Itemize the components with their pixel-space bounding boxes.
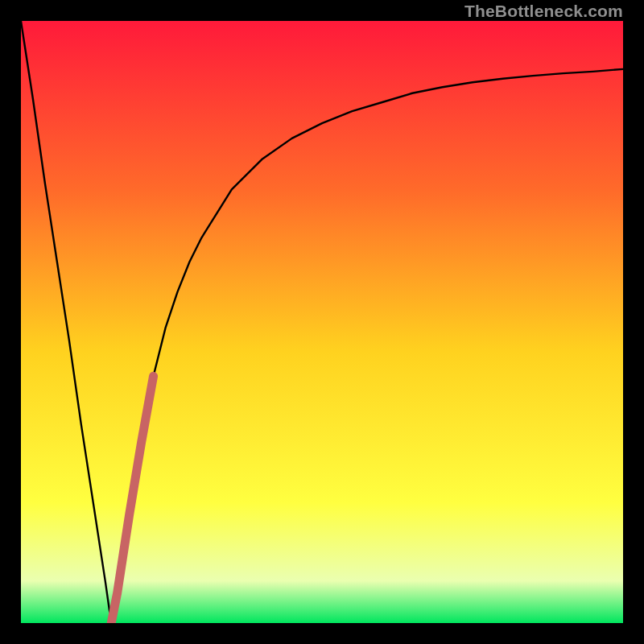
plot-area (21, 21, 623, 623)
plot-svg (21, 21, 623, 623)
watermark-text: TheBottleneck.com (464, 2, 623, 21)
chart-frame: TheBottleneck.com (0, 0, 644, 644)
gradient-background (21, 21, 623, 623)
